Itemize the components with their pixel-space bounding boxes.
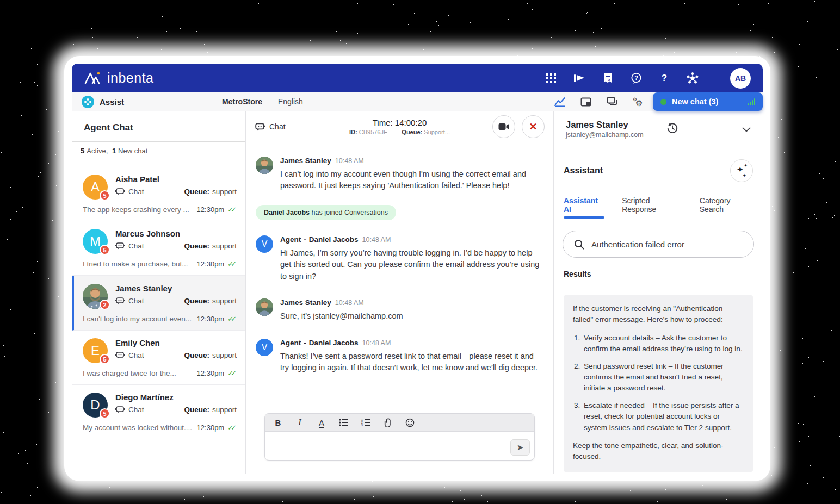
result-step: Send password reset link – If the custom…	[582, 361, 744, 394]
video-call-button[interactable]	[492, 115, 515, 138]
paperclip-icon	[384, 418, 392, 427]
channel-label: Chat	[128, 297, 144, 305]
inbenta-logo-icon	[84, 71, 102, 85]
visitor-header: James Stanley jstanley@mailchamp.com	[554, 111, 763, 146]
contact-name: Marcus Johnson	[115, 229, 237, 238]
svg-text:3: 3	[361, 424, 363, 426]
language-selector[interactable]: English	[270, 97, 303, 106]
assistant-search	[563, 231, 754, 258]
conversation-item-james-stanley[interactable]: 2 James Stanley Chat Queue:support	[72, 276, 245, 331]
agent-avatar: V	[256, 339, 273, 356]
message-agent: V Agent-Daniel Jacobs10:48 AM Hi James, …	[256, 235, 543, 282]
channel-label: Chat	[128, 351, 144, 359]
user-avatar[interactable]: AB	[730, 68, 751, 89]
contact-name: Diego Martínez	[115, 393, 237, 402]
sparkle-icon: ✦	[744, 163, 748, 168]
svg-text:?: ?	[634, 74, 638, 81]
contact-name: James Stanley	[115, 284, 237, 293]
message-visitor: James Stanley10:48 AM I can't log into m…	[256, 157, 543, 192]
sub-navbar: Assist MetroStore English ⚙⚙ New chat (3…	[72, 92, 763, 111]
chat-help-icon[interactable]: ?	[630, 72, 642, 84]
message-input[interactable]	[270, 435, 505, 457]
settings-gears-icon[interactable]: ⚙⚙	[632, 96, 644, 107]
new-chat-label: New chat (3)	[672, 97, 718, 106]
collapse-panel-button[interactable]	[742, 125, 751, 134]
chats-icon[interactable]	[606, 96, 618, 107]
results-label: Results	[563, 270, 754, 278]
queue-label: Queue:support	[184, 351, 237, 359]
history-icon	[666, 122, 678, 134]
send-icon: ➤	[517, 443, 524, 452]
chat-channel-icon	[115, 406, 125, 414]
message-preview: My account was locked without....	[83, 424, 197, 432]
assistant-title: Assistant	[564, 166, 603, 176]
system-event: Daniel Jacobs has joined Conversations	[256, 205, 396, 220]
conversation-item-emily-chen[interactable]: E 5 Emily Chen Chat Queue:support	[72, 331, 245, 385]
conversation-item-diego-martinez[interactable]: D 5 Diego Martínez Chat Queue:support	[72, 385, 245, 439]
close-icon: ✕	[529, 121, 537, 133]
history-button[interactable]	[666, 122, 678, 136]
tab-scripted-response[interactable]: Scripted Response	[622, 196, 682, 219]
result-card: If the customer is receiving an "Authent…	[564, 295, 753, 472]
chart-line-icon[interactable]	[554, 96, 566, 107]
assistant-section: Assistant ✦ ✦ ✦ Assistant AI Scripted Re…	[554, 146, 763, 474]
screen-icon[interactable]	[580, 96, 592, 107]
unread-badge: 2	[100, 300, 110, 310]
video-camera-icon	[498, 123, 509, 130]
unread-badge: 5	[100, 190, 110, 201]
search-input[interactable]	[591, 240, 743, 249]
message-author: James Stanley	[280, 157, 331, 165]
ticket-icon[interactable]: 2	[602, 72, 614, 84]
contact-name: Aisha Patel	[115, 175, 237, 184]
emoji-button[interactable]	[405, 418, 415, 427]
message-author-name: Daniel Jacobs	[309, 235, 359, 244]
channel-label: Chat	[128, 406, 144, 414]
assistant-panel: James Stanley jstanley@mailchamp.com Ass…	[554, 111, 763, 474]
message-preview: The app keeps crashing every ...	[83, 206, 197, 214]
apps-grid-icon[interactable]	[545, 72, 557, 84]
read-receipt-icon: ✓✓	[227, 315, 237, 323]
conversation-item-aisha-patel[interactable]: A 5 Aisha Patel Chat Queue:support	[72, 167, 245, 221]
channel-label: Chat	[128, 242, 144, 250]
session-timer: Time: 14:00:20	[349, 118, 450, 127]
bullet-list-button[interactable]	[339, 419, 348, 426]
system-event-text: has joined Conversations	[312, 209, 388, 216]
tab-category-search[interactable]: Category Search	[700, 196, 753, 219]
inbenta-logo[interactable]: inbenta	[84, 70, 154, 86]
bold-button[interactable]: B	[274, 418, 282, 427]
results-divider	[563, 284, 754, 284]
channel-label: Chat	[269, 122, 286, 131]
sidebar-summary: 5Active, 1New chat	[72, 142, 245, 160]
hive-icon[interactable]	[687, 72, 699, 84]
chat-channel-icon	[115, 188, 125, 196]
help-icon[interactable]: ?	[658, 72, 670, 84]
message-time: 10:48 AM	[362, 236, 391, 244]
queue-label: Queue:support	[184, 242, 237, 250]
assistant-tabs: Assistant AI Scripted Response Category …	[563, 196, 754, 219]
close-chat-button[interactable]: ✕	[522, 115, 545, 138]
new-chat-button[interactable]: New chat (3)	[653, 92, 763, 111]
conversation-item-marcus-johnson[interactable]: M 5 Marcus Johnson Chat Queue:support	[72, 221, 245, 276]
numbered-list-button[interactable]: 123	[361, 419, 370, 426]
workspace-selector[interactable]: MetroStore	[222, 97, 270, 106]
message-preview: I tried to make a purchase, but...	[83, 260, 197, 268]
session-meta: ID: CB9576JEQueue: Support...	[349, 129, 450, 135]
underline-button[interactable]: A	[317, 418, 326, 427]
send-button[interactable]: ➤	[510, 439, 530, 456]
ai-sparkle-button[interactable]: ✦ ✦ ✦	[730, 159, 753, 182]
message-text: I can't log into my account even though …	[280, 169, 543, 192]
message-author-name: Daniel Jacobs	[309, 339, 359, 347]
chat-header: Chat Time: 14:00:20 ID: CB9576JEQueue: S…	[246, 111, 553, 142]
italic-button[interactable]: I	[295, 418, 304, 427]
visitor-avatar-photo	[256, 298, 273, 316]
attachment-button[interactable]	[384, 418, 392, 427]
message-agent: V Agent-Daniel Jacobs10:48 AM Thanks! I’…	[256, 339, 543, 374]
smiley-icon	[405, 418, 415, 427]
result-step: Escalate if needed – If the issue persis…	[582, 400, 744, 433]
message-composer: B I A 123	[264, 413, 535, 461]
unread-badge: 5	[100, 245, 110, 255]
assist-product[interactable]: Assist	[82, 96, 124, 108]
tab-assistant-ai[interactable]: Assistant AI	[564, 196, 604, 219]
pointer-flag-icon[interactable]	[573, 72, 585, 84]
logo-text: inbenta	[107, 70, 154, 86]
